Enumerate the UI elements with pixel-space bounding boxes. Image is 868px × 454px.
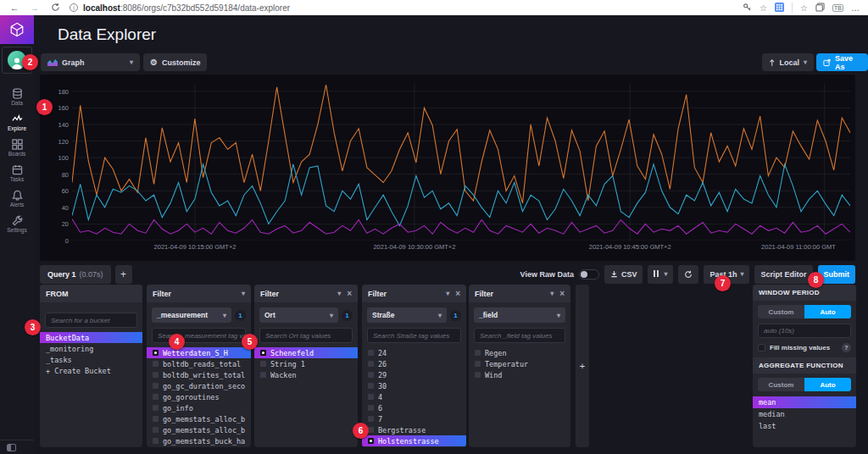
timezone-dropdown[interactable]: Local ▾: [762, 53, 814, 71]
list-item[interactable]: last: [753, 420, 856, 432]
aggregate-custom-button[interactable]: Custom: [758, 378, 804, 391]
chevron-down-icon[interactable]: ▾: [337, 290, 341, 297]
list-item[interactable]: BucketData: [40, 332, 142, 343]
add-query-button[interactable]: +: [115, 265, 132, 284]
view-raw-data-toggle[interactable]: [579, 269, 599, 280]
fill-missing-checkbox[interactable]: [758, 344, 765, 352]
list-item[interactable]: go_info: [147, 402, 251, 413]
selected-count-badge: 1: [235, 310, 246, 321]
close-icon[interactable]: ×: [455, 289, 460, 298]
list-item[interactable]: + Create Bucket: [40, 365, 142, 376]
address-bar[interactable]: i localhost:8086/orgs/c7b32bd552d59184/d…: [70, 3, 734, 13]
fill-missing-label: Fill missing values: [770, 344, 830, 352]
sidebar-item-explore[interactable]: Explore: [0, 109, 34, 135]
list-item[interactable]: 7: [362, 413, 466, 424]
extension-icon[interactable]: TB: [832, 4, 843, 12]
time-series-chart[interactable]: [72, 83, 850, 241]
list-item[interactable]: Schenefeld: [254, 347, 358, 358]
window-period-input[interactable]: auto (10s): [758, 324, 851, 338]
list-item[interactable]: Bergstrasse: [362, 424, 466, 435]
list-item[interactable]: go_memstats_buck_hash_sys…: [147, 435, 251, 446]
list-item[interactable]: Wacken: [254, 369, 358, 380]
list-item[interactable]: boltdb_writes_total: [147, 369, 251, 380]
tag-key-dropdown[interactable]: Ort ▾: [259, 307, 338, 323]
list-item[interactable]: Wind: [469, 369, 570, 380]
tag-key-dropdown[interactable]: _measurement ▾: [152, 307, 231, 323]
refresh-icon[interactable]: [49, 3, 61, 14]
from-panel-header: FROM: [40, 285, 142, 302]
tag-value-search-input[interactable]: Search Straße tag values: [367, 328, 461, 343]
list-item[interactable]: mean: [753, 396, 856, 408]
customize-button[interactable]: ⚙ Customize: [143, 53, 207, 71]
list-item[interactable]: _monitoring: [40, 343, 142, 354]
tag-value-search-input[interactable]: Search _measurement tag va: [152, 328, 246, 343]
y-tick-label: 100: [43, 154, 69, 162]
list-item[interactable]: _tasks: [40, 354, 142, 365]
bucket-search-input[interactable]: Search for a bucket: [45, 313, 137, 328]
list-item[interactable]: String 2: [362, 446, 466, 447]
list-item[interactable]: Temperatur: [469, 358, 570, 369]
download-icon: [610, 270, 618, 278]
help-icon[interactable]: ?: [842, 343, 851, 352]
list-item[interactable]: go_goroutines: [147, 391, 251, 402]
sidebar-item-settings[interactable]: Settings: [0, 211, 34, 236]
list-item[interactable]: go_memstats_alloc_bytes_t…: [147, 424, 251, 435]
chevron-down-icon: ▾: [804, 58, 807, 66]
password-key-icon[interactable]: [743, 3, 752, 14]
list-item[interactable]: 4: [362, 391, 466, 402]
list-item[interactable]: go_memstats_alloc_bytes: [147, 413, 251, 424]
window-custom-button[interactable]: Custom: [758, 305, 804, 318]
refresh-button[interactable]: [678, 265, 698, 284]
list-item[interactable]: 26: [362, 358, 466, 369]
sidebar-item-data[interactable]: Data: [0, 84, 34, 109]
list-item[interactable]: Wetterdaten_S_H: [147, 347, 251, 358]
chevron-down-icon[interactable]: ▾: [242, 290, 245, 297]
influxdb-logo[interactable]: [0, 15, 34, 44]
aggregate-auto-button[interactable]: Auto: [804, 378, 851, 391]
favorites-star-icon[interactable]: ☆: [800, 3, 808, 13]
chevron-down-icon[interactable]: ▾: [446, 290, 449, 297]
list-item[interactable]: 6: [362, 402, 466, 413]
list-item[interactable]: go_memstats_frees_total: [147, 446, 251, 447]
list-item[interactable]: String 1: [254, 358, 358, 369]
tag-value-search-input[interactable]: Search _field tag values: [474, 328, 565, 343]
close-icon[interactable]: ×: [347, 289, 352, 298]
window-auto-button[interactable]: Auto: [804, 305, 851, 318]
list-item[interactable]: median: [753, 408, 856, 420]
sidebar-item-alerts[interactable]: Alerts: [0, 185, 34, 211]
list-item[interactable]: 24: [362, 347, 466, 358]
page-title: Data Explorer: [58, 25, 156, 44]
collapse-sidebar-icon[interactable]: [7, 444, 16, 451]
apps-grid-icon[interactable]: [775, 3, 784, 14]
sidebar-item-boards[interactable]: Boards: [0, 135, 34, 160]
site-info-icon[interactable]: i: [70, 3, 78, 12]
pause-dropdown-button[interactable]: ▾: [648, 265, 673, 284]
list-item[interactable]: 30: [362, 380, 466, 391]
close-icon[interactable]: ×: [559, 289, 565, 298]
collections-icon[interactable]: [815, 3, 825, 14]
list-item[interactable]: boltdb_reads_total: [147, 358, 251, 369]
favorites-settings-icon[interactable]: ☆: [760, 3, 767, 13]
list-item[interactable]: 29: [362, 369, 466, 380]
more-menu-icon[interactable]: …: [851, 3, 860, 13]
script-editor-button[interactable]: Script Editor: [754, 265, 812, 284]
add-filter-button[interactable]: +: [576, 285, 589, 447]
back-icon[interactable]: ←: [8, 3, 20, 13]
y-tick-label: 80: [43, 171, 69, 179]
checkbox: [368, 383, 374, 389]
list-item[interactable]: go_gc_duration_seconds: [147, 380, 251, 391]
query-tab[interactable]: Query 1 (0.07s): [40, 265, 111, 284]
tag-value-search-input[interactable]: Search Ort tag values: [259, 328, 353, 343]
list-item[interactable]: Holstenstrasse: [362, 435, 466, 446]
list-item-label: go_memstats_buck_hash_sys…: [163, 437, 245, 446]
list-item-label: 30: [378, 382, 387, 390]
sidebar: Data Explore Boards Tasks Alerts Setting…: [0, 15, 34, 454]
list-item[interactable]: Regen: [469, 347, 570, 358]
save-as-button[interactable]: Save As: [816, 53, 868, 71]
tag-key-dropdown[interactable]: Straße ▾: [367, 307, 447, 323]
view-type-dropdown[interactable]: Graph ▾: [41, 53, 140, 71]
csv-button[interactable]: CSV: [604, 265, 643, 284]
sidebar-item-tasks[interactable]: Tasks: [0, 160, 34, 185]
tag-key-dropdown[interactable]: _field ▾: [474, 307, 565, 323]
chevron-down-icon[interactable]: ▾: [550, 290, 554, 297]
